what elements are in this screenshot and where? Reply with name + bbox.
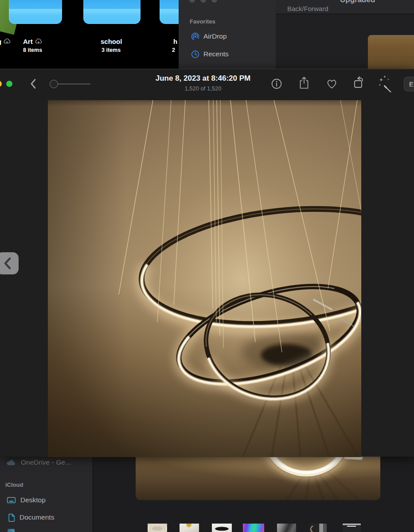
traffic-light-zoom[interactable] xyxy=(6,81,12,87)
photos-toolbar: June 8, 2023 at 8:46:20 PM 1,520 of 1,52… xyxy=(0,69,414,99)
photos-viewer-window: June 8, 2023 at 8:46:20 PM 1,520 of 1,52… xyxy=(0,69,414,457)
traffic-light-minimize-inactive[interactable] xyxy=(200,0,206,3)
finder-photo-preview[interactable] xyxy=(136,457,380,500)
sidebar-item-onedrive[interactable]: OneDrive - Ge... xyxy=(6,458,71,467)
sidebar-item-label: Recents xyxy=(203,50,229,58)
info-icon[interactable] xyxy=(271,78,282,89)
filmstrip-thumbnail[interactable] xyxy=(343,524,361,532)
album-count-h: 2 xyxy=(172,47,175,53)
albums-gallery-window: g Art 8 items school 3 items h 2 xyxy=(0,0,179,69)
finder-window-top: Favorites AirDrop Recents Upgraded xyxy=(179,0,414,69)
finder-window-title: Upgraded xyxy=(340,0,375,4)
finder-main-area: Upgraded Back/Forward xyxy=(276,0,414,69)
desktop-icon xyxy=(7,497,16,504)
filmstrip-thumbnail[interactable] xyxy=(309,524,327,532)
rotate-icon[interactable] xyxy=(353,75,366,90)
finder-sidebar: Favorites AirDrop Recents xyxy=(179,0,276,69)
sidebar-item-partial-icon[interactable] xyxy=(8,529,15,532)
filmstrip-thumbnail[interactable] xyxy=(243,524,264,532)
filmstrip-thumbnail[interactable] xyxy=(212,524,232,532)
desktop-screen: g Art 8 items school 3 items h 2 xyxy=(0,0,414,532)
sidebar-item-recents[interactable]: Recents xyxy=(191,49,229,59)
filmstrip-thumbnail[interactable] xyxy=(148,524,167,532)
onedrive-cloud-icon xyxy=(6,459,16,466)
favorite-heart-icon[interactable] xyxy=(326,78,338,90)
previous-photo-button[interactable] xyxy=(0,252,19,274)
photo-chandelier[interactable] xyxy=(48,100,361,457)
album-label-art[interactable]: Art xyxy=(23,38,42,45)
zoom-slider-track[interactable] xyxy=(54,83,90,85)
cloud-download-icon xyxy=(35,38,42,44)
album-count-school: 3 items xyxy=(102,47,121,53)
album-count-art: 8 items xyxy=(23,47,42,53)
photo-preview-corner[interactable] xyxy=(368,35,414,69)
folder-icon-art[interactable] xyxy=(9,0,62,24)
document-icon xyxy=(8,513,15,522)
edit-button[interactable]: E xyxy=(404,77,414,91)
traffic-light-minimize[interactable] xyxy=(0,81,2,87)
filmstrip-thumbnail[interactable] xyxy=(277,524,296,532)
album-name: Art xyxy=(23,38,33,45)
auto-enhance-icon[interactable] xyxy=(377,74,394,92)
chevron-left-icon xyxy=(2,257,13,270)
airdrop-icon xyxy=(191,32,199,41)
folder-icon-partial[interactable] xyxy=(160,0,179,24)
sidebar-item-airdrop[interactable]: AirDrop xyxy=(191,31,227,41)
traffic-light-close-inactive[interactable] xyxy=(189,0,195,3)
zoom-slider-knob[interactable] xyxy=(50,80,58,88)
album-name: g xyxy=(0,38,1,45)
back-forward-label: Back/Forward xyxy=(287,5,328,12)
photo-counter: 1,520 of 1,520 xyxy=(127,85,279,92)
clock-icon xyxy=(191,50,199,59)
finder-window-bottom: OneDrive - Ge... iCloud Desktop Document… xyxy=(0,457,414,532)
back-chevron-button[interactable] xyxy=(29,78,37,90)
filmstrip-thumbnail[interactable] xyxy=(180,524,199,532)
album-name: school xyxy=(101,38,122,45)
share-icon[interactable] xyxy=(298,76,310,90)
sidebar-item-documents[interactable]: Documents xyxy=(8,512,54,522)
album-name: h xyxy=(173,38,177,45)
sidebar-item-label: Desktop xyxy=(20,496,46,504)
cloud-download-icon xyxy=(3,38,11,44)
sidebar-item-label: Documents xyxy=(20,513,54,521)
sidebar-item-desktop[interactable]: Desktop xyxy=(7,495,46,505)
traffic-light-zoom-inactive[interactable] xyxy=(211,0,217,3)
finder-sidebar-lower: OneDrive - Ge... iCloud Desktop Document… xyxy=(0,457,93,532)
folder-icon-school[interactable] xyxy=(83,0,141,24)
icloud-section-header: iCloud xyxy=(5,481,23,488)
sidebar-item-label: AirDrop xyxy=(203,32,227,40)
album-label-partial[interactable]: g xyxy=(0,38,11,45)
edit-button-label: E xyxy=(409,80,414,88)
sidebar-item-label: OneDrive - Ge... xyxy=(21,458,71,466)
album-label-h[interactable]: h xyxy=(173,38,177,45)
album-label-school[interactable]: school xyxy=(101,38,122,45)
favorites-section-header: Favorites xyxy=(190,18,215,25)
